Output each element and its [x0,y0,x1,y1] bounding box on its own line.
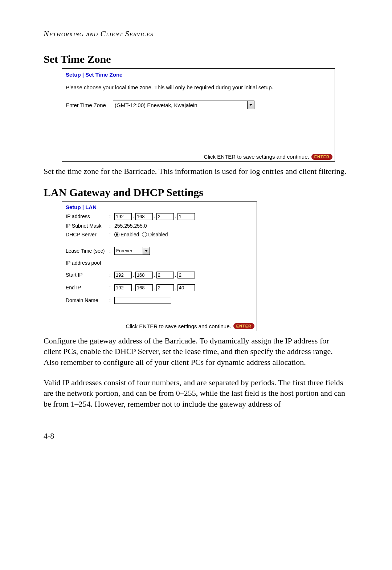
tz-footer-text: Click ENTER to save settings and continu… [204,154,309,160]
end-ip-octet-3[interactable]: 2 [156,284,174,291]
lan-body-text-2: Valid IP addresses consist of four numbe… [44,377,348,410]
end-ip-octet-2[interactable]: 168 [135,284,153,291]
ip-address-label: IP address [66,213,109,219]
enter-button[interactable]: ENTER [311,154,332,160]
tz-selected-value: (GMT-12:00) Enewetak, Kwajalein [115,102,197,108]
breadcrumb: Setup | LAN [66,204,253,210]
start-ip-label: Start IP [66,272,109,278]
start-ip-octet-4[interactable]: 2 [177,272,195,278]
page-header: Networking and Client Services [44,29,348,38]
section-title-lan-dhcp: LAN Gateway and DHCP Settings [44,186,348,199]
ip-octet-1[interactable]: 192 [114,213,132,220]
dhcp-enabled-label: Enabled [121,232,139,237]
ip-octet-3[interactable]: 2 [156,213,174,220]
enter-button[interactable]: ENTER [233,323,254,329]
start-ip-octet-1[interactable]: 192 [114,272,132,278]
lease-value: Forever [116,248,132,253]
subnet-value: 255.255.255.0 [114,223,147,229]
dhcp-disabled-label: Disabled [148,232,168,237]
tz-body-text: Set the time zone for the Barricade. Thi… [44,166,348,177]
lan-body-text-1: Configure the gateway address of the Bar… [44,335,348,368]
domain-label: Domain Name [66,297,109,303]
end-ip-octet-1[interactable]: 192 [114,284,132,291]
chevron-down-icon[interactable] [247,101,254,109]
time-zone-panel: Setup | Set Time Zone Please choose your… [62,68,335,162]
tz-instruction: Please choose your local time zone. This… [66,84,331,90]
subnet-label: IP Subnet Mask [66,223,109,229]
svg-marker-0 [249,104,252,106]
start-ip-octet-3[interactable]: 2 [156,272,174,278]
chevron-down-icon[interactable] [143,247,150,255]
svg-marker-1 [145,250,148,252]
domain-name-input[interactable] [114,297,171,304]
lan-panel: Setup | LAN IP address : 192. 168. 2. 1 … [62,201,257,331]
ip-octet-2[interactable]: 168 [135,213,153,220]
dhcp-disabled-radio[interactable] [142,232,147,237]
lan-footer-text: Click ENTER to save settings and continu… [126,323,231,329]
lease-time-select[interactable]: Forever [114,247,150,255]
page-number: 4-8 [44,431,348,441]
section-title-time-zone: Set Time Zone [44,53,348,65]
breadcrumb: Setup | Set Time Zone [66,72,331,78]
end-ip-octet-4[interactable]: 40 [177,284,195,291]
end-ip-label: End IP [66,285,109,290]
pool-label: IP address pool [66,260,109,266]
ip-octet-4[interactable]: 1 [177,213,195,220]
lease-label: Lease Time (sec) [66,248,109,254]
time-zone-select[interactable]: (GMT-12:00) Enewetak, Kwajalein [113,101,254,109]
dhcp-label: DHCP Server [66,232,109,237]
dhcp-enabled-radio[interactable] [114,232,119,237]
tz-label: Enter Time Zone [66,102,113,108]
start-ip-octet-2[interactable]: 168 [135,272,153,278]
